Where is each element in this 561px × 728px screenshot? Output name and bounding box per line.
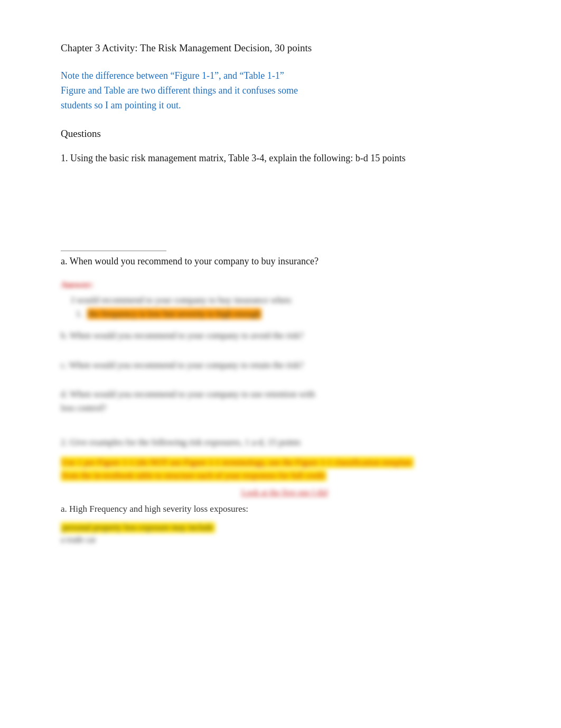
answer-a-block: Answer: I would recommend to your compan…: [61, 278, 508, 321]
question-c: c. When would you recommend to your comp…: [61, 358, 508, 372]
question-2-section: 2. Give examples for the following risk …: [61, 436, 508, 483]
note-line3: students so I am pointing it out.: [61, 100, 181, 110]
question-a-label: a. When would you recommend to your comp…: [61, 254, 508, 269]
question-2a-label: a. High Frequency and high severity loss…: [61, 504, 508, 514]
questions-heading: Questions: [61, 128, 508, 140]
page-title: Chapter 3 Activity: The Risk Management …: [61, 42, 508, 54]
question-d: d. When would you recommend to your comp…: [61, 388, 508, 414]
answer-a-intro: I would recommend to your company to buy…: [71, 293, 508, 307]
question-b: b. When would you recommend to your comp…: [61, 329, 508, 343]
question-1: 1. Using the basic risk management matri…: [61, 151, 508, 166]
answer-label: Answer:: [61, 278, 508, 292]
question-2-note: Use 1 per Figure 1-1 (do NOT use Figure …: [61, 456, 508, 483]
note-block: Note the difference between “Figure 1-1”…: [61, 69, 508, 113]
note-line2: Figure and Table are two different thing…: [61, 85, 298, 96]
answer-2a-section: personal property loss exposure may incl…: [61, 522, 508, 545]
answer-a-section: Answer: I would recommend to your compan…: [61, 278, 508, 321]
answer-a-point: 1. the frequency is low but severity is …: [71, 307, 508, 321]
question-2-text: 2. Give examples for the following risk …: [61, 436, 508, 449]
divider-line: [61, 251, 166, 251]
note-line1: Note the difference between “Figure 1-1”…: [61, 70, 284, 81]
look-at-line: Look at the first one I did: [61, 488, 508, 497]
